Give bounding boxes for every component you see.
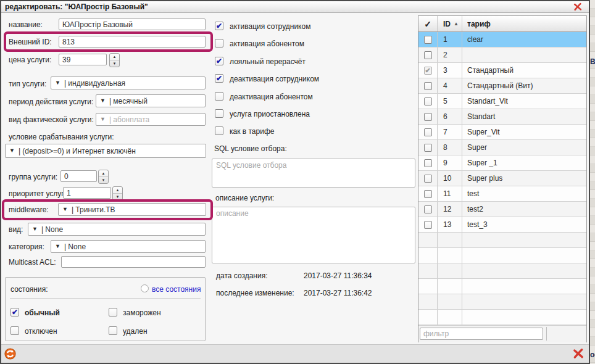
sql-textarea[interactable] [212,159,415,188]
header-tariff-label[interactable]: тариф [462,16,586,31]
tariff-empty-row[interactable] [418,233,586,248]
category-label: категория: [9,242,44,251]
header-id-label[interactable]: ID [443,20,451,28]
price-spinner[interactable]: ▲ ▼ [109,53,120,67]
tariff-row[interactable]: 13test_3 [418,217,586,233]
kind-dropdown[interactable]: ▼ | None [28,223,206,236]
row-checkbox[interactable] [424,175,432,183]
service-type-dropdown[interactable]: ▼ | индивидуальная [51,77,206,89]
background-text-fragment: ос [590,350,595,359]
row-tariff-cell: Стандартный (Вит) [462,78,586,93]
tariff-row[interactable]: 11test [418,186,586,202]
all-states-label[interactable]: все состояния [152,285,201,294]
checkbox[interactable] [10,326,19,335]
group-input[interactable] [60,170,97,182]
tariff-row[interactable]: 1clear [418,32,586,48]
state-label: отключен [25,327,57,336]
tariff-row[interactable]: ✔3Стандартный [418,63,586,78]
all-states-radio[interactable] [141,284,149,292]
close-icon[interactable] [573,347,584,360]
checkbox[interactable] [215,126,223,135]
tariff-empty-row[interactable] [418,279,586,294]
tariff-table-header[interactable]: ✓ ID ▲ тариф [418,16,586,32]
name-input[interactable] [59,19,206,30]
row-checkbox[interactable] [424,221,432,229]
row-checkbox[interactable] [424,51,432,59]
description-textarea[interactable] [212,207,415,263]
row-checkbox[interactable] [424,128,432,136]
tariff-row[interactable]: 2 [418,48,586,63]
checkbox[interactable] [215,109,223,118]
middleware-dropdown[interactable]: ▼ | Тринити.ТВ [58,203,206,216]
row-check-cell [418,217,438,232]
checkbox[interactable]: ✔ [215,74,223,83]
kind-value: | None [41,225,63,234]
state-disabled: отключен [10,326,57,336]
tariff-empty-row[interactable] [418,294,586,310]
filter-input[interactable] [420,328,543,340]
dialog-titlebar[interactable]: редактировать: "ЮАПростір Базовый" [1,1,589,13]
tariff-table-footer [418,325,586,342]
trigger-condition-dropdown[interactable]: ▼ | (deposit>=0) и Интернет включён [5,144,206,158]
row-check-cell [418,186,438,201]
flag-row: деактивация абонентом [215,92,319,109]
tariff-row[interactable]: 5Standart_Vit [418,94,586,109]
checkbox[interactable]: ✔ [215,57,223,65]
refresh-icon[interactable] [4,348,16,360]
row-tariff-cell: Standart [462,109,586,124]
row-id-cell [438,248,462,263]
trigger-condition-label: условие срабатывания услуги: [9,133,114,141]
tariff-row[interactable]: 9Super _1 [418,155,586,171]
spinner-down-icon[interactable]: ▼ [99,177,108,183]
spinner-up-icon[interactable]: ▲ [110,54,119,60]
state-deleted: удален [109,326,148,336]
category-dropdown[interactable]: ▼ | None [51,240,206,253]
priority-spinner[interactable]: ▲ ▼ [112,186,123,201]
description-label: описание услуги: [215,194,274,202]
tariff-row[interactable]: 4Стандартный (Вит) [418,78,586,94]
tariff-row[interactable]: 10Super plus [418,171,586,186]
tariff-row[interactable]: 7Super_Vit [418,125,586,140]
row-checkbox[interactable] [424,97,432,105]
external-id-input[interactable] [59,36,206,48]
row-checkbox[interactable] [424,113,432,121]
row-checkbox[interactable] [424,190,432,198]
close-icon[interactable] [573,2,582,11]
row-checkbox[interactable] [424,144,432,152]
row-tariff-cell: test2 [462,202,586,217]
tariff-row[interactable]: 6Standart [418,109,586,125]
row-checkbox[interactable] [424,159,432,167]
tariff-row[interactable]: 8Super [418,140,586,155]
group-spinner[interactable]: ▲ ▼ [98,170,109,184]
priority-input[interactable] [63,187,111,199]
checkbox[interactable] [215,39,223,48]
tariff-row[interactable]: 12test2 [418,202,586,217]
period-dropdown[interactable]: ▼ | месячный [96,94,206,107]
spinner-down-icon[interactable]: ▼ [110,60,119,67]
tariff-empty-row[interactable] [418,248,586,263]
spinner-up-icon[interactable]: ▲ [113,187,122,194]
created-date-label: дата создания: [216,271,268,280]
row-id-cell: 5 [438,94,462,109]
row-checkbox[interactable] [424,36,432,44]
dialog-bottombar [1,344,589,363]
checkbox[interactable] [109,308,117,316]
row-checkbox[interactable]: ✔ [424,67,432,75]
spinner-down-icon[interactable]: ▼ [113,194,122,200]
checkbox[interactable]: ✔ [215,22,223,30]
price-input[interactable] [59,54,107,65]
row-checkbox[interactable] [424,82,432,90]
multicast-acl-input[interactable] [61,256,206,268]
tariff-empty-row[interactable] [418,263,586,279]
states-label: состояния: [10,285,48,294]
spinner-up-icon[interactable]: ▲ [99,170,108,177]
checkbox[interactable] [109,326,117,335]
row-checkbox[interactable] [424,205,432,213]
actual-kind-dropdown[interactable]: ▼ | абонплата [96,113,206,126]
dropdown-arrow-icon: ▼ [55,244,60,249]
checkbox[interactable] [215,92,223,101]
row-check-cell [418,125,438,139]
name-label: название: [9,20,43,29]
tariff-empty-row[interactable] [418,310,586,325]
checkbox[interactable]: ✔ [10,308,19,316]
